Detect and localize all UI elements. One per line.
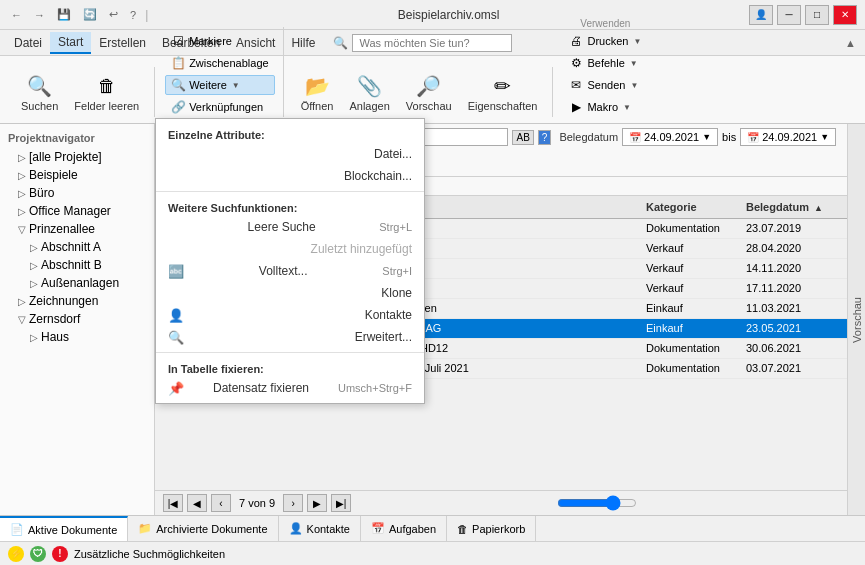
sidebar-item-buero[interactable]: ▷ Büro <box>0 184 154 202</box>
refresh-icon[interactable]: 🔄 <box>80 6 100 23</box>
sidebar-item-haus[interactable]: ▷ Haus <box>0 328 154 346</box>
menu-hilfe[interactable]: Hilfe <box>283 33 323 53</box>
senden-icon: ✉ <box>569 78 583 92</box>
tab-archivierte[interactable]: 📁 Archivierte Dokumente <box>128 516 278 541</box>
dd-datensatz-item[interactable]: 📌 Datensatz fixieren Umsch+Strg+F <box>156 377 424 399</box>
next-page-btn[interactable]: ▶ <box>307 494 327 512</box>
dd-volltext-shortcut: Strg+I <box>382 265 412 277</box>
tab-archivierte-icon: 📁 <box>138 522 152 535</box>
tab-papierkorb[interactable]: 🗑 Papierkorb <box>447 516 536 541</box>
ribbon-collapse-btn[interactable]: ▲ <box>842 35 859 51</box>
menu-search: 🔍 <box>333 34 512 52</box>
sidebar-item-alle[interactable]: ▷ [alle Projekte] <box>0 148 154 166</box>
help-icon[interactable]: ? <box>127 7 139 23</box>
weitere-icon: 🔍 <box>171 78 185 92</box>
date-from-display[interactable]: 📅 24.09.2021 ▼ <box>622 128 718 146</box>
nav-forward-btn[interactable]: → <box>31 7 48 23</box>
menu-start[interactable]: Start <box>50 32 91 54</box>
weitere-button[interactable]: 🔍 Weitere ▼ <box>165 75 275 95</box>
page-total: 9 <box>269 497 275 509</box>
tab-aktive-label: Aktive Dokumente <box>28 524 117 536</box>
sidebar-label-office: Office Manager <box>29 204 111 218</box>
dd-leere-suche-item[interactable]: Leere Suche Strg+L <box>156 216 424 238</box>
sidebar-item-beispiele[interactable]: ▷ Beispiele <box>0 166 154 184</box>
dd-kontakte-item[interactable]: 👤 Kontakte <box>156 304 424 326</box>
preview-label: Vorschau <box>851 297 863 343</box>
dd-datei-icon <box>168 146 184 162</box>
tab-aktive-icon: 📄 <box>10 523 24 536</box>
anlagen-button[interactable]: 📎 Anlagen <box>342 67 396 117</box>
row-kategorie-cell: Einkauf <box>641 299 741 318</box>
sidebar-item-abschnitt-b[interactable]: ▷ Abschnitt B <box>0 256 154 274</box>
suchen-icon: 🔍 <box>26 72 54 100</box>
belegdatum-label: Belegdatum <box>559 131 618 143</box>
sidebar-label-zeichn: Zeichnungen <box>29 294 98 308</box>
first-page-btn[interactable]: |◀ <box>163 494 183 512</box>
tab-aufgaben[interactable]: 📅 Aufgaben <box>361 516 447 541</box>
verknuepfungen-button[interactable]: 🔗 Verknüpfungen <box>165 97 275 117</box>
sidebar-item-office-manager[interactable]: ▷ Office Manager <box>0 202 154 220</box>
col-datum-header[interactable]: Belegdatum ▲ <box>741 198 831 216</box>
col-scroll-header <box>831 198 847 216</box>
suchen-button[interactable]: 🔍 Suchen <box>14 67 65 117</box>
verknuepfungen-icon: 🔗 <box>171 100 185 114</box>
drucken-button[interactable]: 🖨 Drucken ▼ <box>563 31 647 51</box>
dd-datensatz-label: Datensatz fixieren <box>213 381 309 395</box>
next-single-btn[interactable]: › <box>283 494 303 512</box>
sidebar-item-zernsdorf[interactable]: ▽ Zernsdorf <box>0 310 154 328</box>
zwischenablage-button[interactable]: 📋 Zwischenablage <box>165 53 275 73</box>
minimize-btn[interactable]: ─ <box>777 5 801 25</box>
dd-datei-item[interactable]: Datei... <box>156 143 424 165</box>
sidebar-item-zeichnungen[interactable]: ▷ Zeichnungen <box>0 292 154 310</box>
row-kategorie-cell: Dokumentation <box>641 359 741 378</box>
maximize-btn[interactable]: □ <box>805 5 829 25</box>
anlagen-icon: 📎 <box>356 72 384 100</box>
undo-icon[interactable]: ↩ <box>106 6 121 23</box>
last-page-btn[interactable]: ▶| <box>331 494 351 512</box>
sidebar-label-beispiele: Beispiele <box>29 168 78 182</box>
volltext-ab-btn[interactable]: AB <box>512 130 533 145</box>
close-btn[interactable]: ✕ <box>833 5 857 25</box>
search-menu-icon: 🔍 <box>333 36 348 50</box>
title-bar: ← → 💾 🔄 ↩ ? | Beispielarchiv.omsl 👤 ─ □ … <box>0 0 865 30</box>
tab-kontakte-label: Kontakte <box>307 523 350 535</box>
page-slider[interactable] <box>557 495 637 511</box>
befehle-button[interactable]: ⚙ Befehle ▼ <box>563 53 647 73</box>
volltext-help-btn[interactable]: ? <box>538 130 552 145</box>
row-datum-cell: 03.07.2021 <box>741 359 831 378</box>
sidebar-item-prinzenallee[interactable]: ▽ Prinzenallee <box>0 220 154 238</box>
eigenschaften-button[interactable]: ✏ Eigenschaften <box>461 67 545 117</box>
save-icon[interactable]: 💾 <box>54 6 74 23</box>
sidebar-item-aussenanlagen[interactable]: ▷ Außenanlagen <box>0 274 154 292</box>
dd-volltext-item[interactable]: 🔤 Volltext... Strg+I <box>156 260 424 282</box>
sidebar-item-abschnitt-a[interactable]: ▷ Abschnitt A <box>0 238 154 256</box>
dd-klone-item[interactable]: Klone <box>156 282 424 304</box>
col-kategorie-label: Kategorie <box>646 201 697 213</box>
dd-erweitert-item[interactable]: 🔍 Erweitert... <box>156 326 424 348</box>
dd-blockchain-item[interactable]: Blockchain... <box>156 165 424 187</box>
menu-datei[interactable]: Datei <box>6 33 50 53</box>
date-to-value: 24.09.2021 <box>762 131 817 143</box>
prev-page-btn[interactable]: ◀ <box>187 494 207 512</box>
tab-aktive[interactable]: 📄 Aktive Dokumente <box>0 516 128 541</box>
tab-kontakte[interactable]: 👤 Kontakte <box>279 516 361 541</box>
oeffnen-button[interactable]: 📂 Öffnen <box>294 67 341 117</box>
dd-klone-label: Klone <box>381 286 412 300</box>
col-kategorie-header[interactable]: Kategorie <box>641 198 741 216</box>
date-to-display[interactable]: 📅 24.09.2021 ▼ <box>740 128 836 146</box>
menu-erstellen[interactable]: Erstellen <box>91 33 154 53</box>
nav-back-btn[interactable]: ← <box>8 7 25 23</box>
eigenschaften-label: Eigenschaften <box>468 100 538 112</box>
makro-button[interactable]: ▶ Makro ▼ <box>563 97 647 117</box>
tree-arrow-abschnitt-a: ▷ <box>30 242 38 253</box>
prev-single-btn[interactable]: ‹ <box>211 494 231 512</box>
senden-button[interactable]: ✉ Senden ▼ <box>563 75 647 95</box>
menu-search-input[interactable] <box>352 34 512 52</box>
markiere-button[interactable]: ☑ Markiere <box>165 31 275 51</box>
preview-panel[interactable]: Vorschau <box>847 124 865 515</box>
verwenden-label: Verwenden <box>580 18 630 29</box>
vorschau-button[interactable]: 🔎 Vorschau <box>399 67 459 117</box>
felder-leeren-button[interactable]: 🗑 Felder leeren <box>67 67 146 117</box>
profile-btn[interactable]: 👤 <box>749 5 773 25</box>
ribbon-group-verwenden: Verwenden 🖨 Drucken ▼ ⚙ Befehle ▼ ✉ Send… <box>555 18 655 117</box>
